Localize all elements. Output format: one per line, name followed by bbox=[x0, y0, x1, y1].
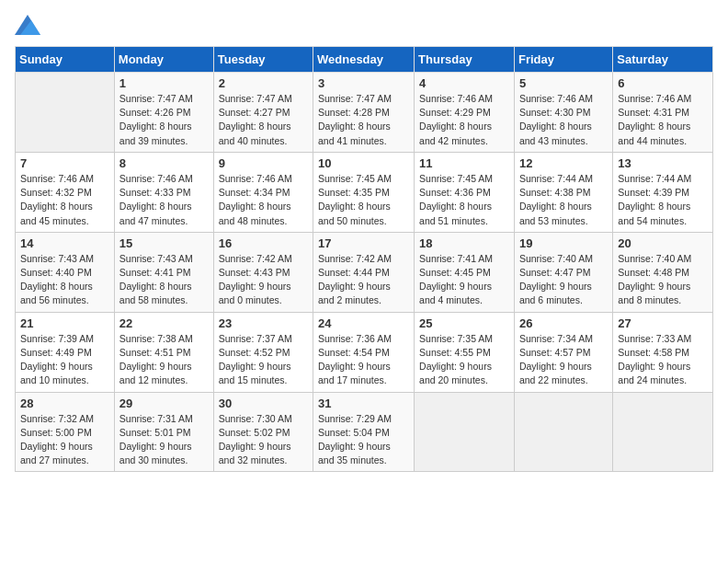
day-info: Sunrise: 7:46 AMSunset: 4:29 PMDaylight:… bbox=[419, 92, 509, 148]
day-info: Sunrise: 7:45 AMSunset: 4:36 PMDaylight:… bbox=[419, 172, 509, 228]
day-info: Sunrise: 7:29 AMSunset: 5:04 PMDaylight:… bbox=[318, 412, 409, 468]
day-number: 23 bbox=[219, 316, 308, 330]
day-info: Sunrise: 7:44 AMSunset: 4:38 PMDaylight:… bbox=[519, 172, 608, 228]
day-cell: 20Sunrise: 7:40 AMSunset: 4:48 PMDayligh… bbox=[613, 232, 713, 312]
day-cell bbox=[16, 73, 115, 153]
day-cell: 8Sunrise: 7:46 AMSunset: 4:33 PMDaylight… bbox=[114, 152, 213, 232]
day-info: Sunrise: 7:46 AMSunset: 4:34 PMDaylight:… bbox=[219, 172, 308, 228]
day-info: Sunrise: 7:43 AMSunset: 4:41 PMDaylight:… bbox=[119, 252, 209, 308]
day-number: 29 bbox=[119, 396, 209, 410]
column-header-monday: Monday bbox=[114, 47, 213, 73]
day-info: Sunrise: 7:42 AMSunset: 4:44 PMDaylight:… bbox=[318, 252, 409, 308]
day-cell: 11Sunrise: 7:45 AMSunset: 4:36 PMDayligh… bbox=[415, 152, 515, 232]
day-info: Sunrise: 7:45 AMSunset: 4:35 PMDaylight:… bbox=[318, 172, 409, 228]
week-row-5: 28Sunrise: 7:32 AMSunset: 5:00 PMDayligh… bbox=[16, 392, 713, 472]
day-info: Sunrise: 7:42 AMSunset: 4:43 PMDaylight:… bbox=[219, 252, 308, 308]
day-cell: 7Sunrise: 7:46 AMSunset: 4:32 PMDaylight… bbox=[16, 152, 115, 232]
day-number: 31 bbox=[318, 396, 409, 410]
day-cell: 18Sunrise: 7:41 AMSunset: 4:45 PMDayligh… bbox=[415, 232, 515, 312]
day-cell: 30Sunrise: 7:30 AMSunset: 5:02 PMDayligh… bbox=[213, 392, 313, 472]
day-info: Sunrise: 7:33 AMSunset: 4:58 PMDaylight:… bbox=[618, 332, 708, 388]
week-row-3: 14Sunrise: 7:43 AMSunset: 4:40 PMDayligh… bbox=[16, 232, 713, 312]
day-info: Sunrise: 7:32 AMSunset: 5:00 PMDaylight:… bbox=[20, 412, 109, 468]
day-info: Sunrise: 7:41 AMSunset: 4:45 PMDaylight:… bbox=[419, 252, 509, 308]
logo-icon bbox=[15, 15, 40, 35]
day-number: 11 bbox=[419, 156, 509, 170]
day-cell: 3Sunrise: 7:47 AMSunset: 4:28 PMDaylight… bbox=[313, 73, 415, 153]
day-number: 8 bbox=[119, 156, 209, 170]
logo bbox=[15, 15, 44, 35]
day-number: 27 bbox=[618, 316, 708, 330]
column-header-friday: Friday bbox=[514, 47, 612, 73]
day-number: 20 bbox=[618, 236, 708, 250]
day-info: Sunrise: 7:46 AMSunset: 4:31 PMDaylight:… bbox=[618, 92, 708, 148]
day-number: 4 bbox=[419, 76, 509, 90]
page-header bbox=[15, 15, 713, 35]
day-number: 9 bbox=[219, 156, 308, 170]
day-number: 16 bbox=[219, 236, 308, 250]
day-cell: 26Sunrise: 7:34 AMSunset: 4:57 PMDayligh… bbox=[514, 312, 612, 392]
day-cell: 9Sunrise: 7:46 AMSunset: 4:34 PMDaylight… bbox=[213, 152, 313, 232]
day-info: Sunrise: 7:44 AMSunset: 4:39 PMDaylight:… bbox=[618, 172, 708, 228]
day-info: Sunrise: 7:30 AMSunset: 5:02 PMDaylight:… bbox=[219, 412, 308, 468]
day-cell: 4Sunrise: 7:46 AMSunset: 4:29 PMDaylight… bbox=[415, 73, 515, 153]
day-cell: 29Sunrise: 7:31 AMSunset: 5:01 PMDayligh… bbox=[114, 392, 213, 472]
week-row-2: 7Sunrise: 7:46 AMSunset: 4:32 PMDaylight… bbox=[16, 152, 713, 232]
day-info: Sunrise: 7:35 AMSunset: 4:55 PMDaylight:… bbox=[419, 332, 509, 388]
day-number: 28 bbox=[20, 396, 109, 410]
day-info: Sunrise: 7:40 AMSunset: 4:48 PMDaylight:… bbox=[618, 252, 708, 308]
day-cell: 2Sunrise: 7:47 AMSunset: 4:27 PMDaylight… bbox=[213, 73, 313, 153]
week-row-1: 1Sunrise: 7:47 AMSunset: 4:26 PMDaylight… bbox=[16, 73, 713, 153]
day-number: 1 bbox=[119, 76, 209, 90]
day-cell: 12Sunrise: 7:44 AMSunset: 4:38 PMDayligh… bbox=[514, 152, 612, 232]
day-cell: 1Sunrise: 7:47 AMSunset: 4:26 PMDaylight… bbox=[114, 73, 213, 153]
day-number: 26 bbox=[519, 316, 608, 330]
column-header-saturday: Saturday bbox=[613, 47, 713, 73]
day-cell: 14Sunrise: 7:43 AMSunset: 4:40 PMDayligh… bbox=[16, 232, 115, 312]
day-number: 12 bbox=[519, 156, 608, 170]
day-cell: 16Sunrise: 7:42 AMSunset: 4:43 PMDayligh… bbox=[213, 232, 313, 312]
column-header-tuesday: Tuesday bbox=[213, 47, 313, 73]
day-number: 7 bbox=[20, 156, 109, 170]
day-cell: 28Sunrise: 7:32 AMSunset: 5:00 PMDayligh… bbox=[16, 392, 115, 472]
day-number: 30 bbox=[219, 396, 308, 410]
day-number: 21 bbox=[20, 316, 109, 330]
day-cell: 21Sunrise: 7:39 AMSunset: 4:49 PMDayligh… bbox=[16, 312, 115, 392]
day-info: Sunrise: 7:47 AMSunset: 4:27 PMDaylight:… bbox=[219, 92, 308, 148]
day-number: 6 bbox=[618, 76, 708, 90]
day-cell: 6Sunrise: 7:46 AMSunset: 4:31 PMDaylight… bbox=[613, 73, 713, 153]
day-info: Sunrise: 7:47 AMSunset: 4:28 PMDaylight:… bbox=[318, 92, 409, 148]
day-info: Sunrise: 7:40 AMSunset: 4:47 PMDaylight:… bbox=[519, 252, 608, 308]
day-info: Sunrise: 7:34 AMSunset: 4:57 PMDaylight:… bbox=[519, 332, 608, 388]
day-info: Sunrise: 7:39 AMSunset: 4:49 PMDaylight:… bbox=[20, 332, 109, 388]
day-cell: 17Sunrise: 7:42 AMSunset: 4:44 PMDayligh… bbox=[313, 232, 415, 312]
day-cell: 31Sunrise: 7:29 AMSunset: 5:04 PMDayligh… bbox=[313, 392, 415, 472]
day-info: Sunrise: 7:38 AMSunset: 4:51 PMDaylight:… bbox=[119, 332, 209, 388]
day-cell bbox=[613, 392, 713, 472]
day-info: Sunrise: 7:37 AMSunset: 4:52 PMDaylight:… bbox=[219, 332, 308, 388]
day-number: 22 bbox=[119, 316, 209, 330]
week-row-4: 21Sunrise: 7:39 AMSunset: 4:49 PMDayligh… bbox=[16, 312, 713, 392]
column-header-sunday: Sunday bbox=[16, 47, 115, 73]
day-info: Sunrise: 7:46 AMSunset: 4:32 PMDaylight:… bbox=[20, 172, 109, 228]
column-headers: SundayMondayTuesdayWednesdayThursdayFrid… bbox=[16, 47, 713, 73]
day-cell: 24Sunrise: 7:36 AMSunset: 4:54 PMDayligh… bbox=[313, 312, 415, 392]
calendar-table: SundayMondayTuesdayWednesdayThursdayFrid… bbox=[15, 46, 713, 472]
column-header-wednesday: Wednesday bbox=[313, 47, 415, 73]
day-info: Sunrise: 7:43 AMSunset: 4:40 PMDaylight:… bbox=[20, 252, 109, 308]
day-cell bbox=[514, 392, 612, 472]
day-cell: 15Sunrise: 7:43 AMSunset: 4:41 PMDayligh… bbox=[114, 232, 213, 312]
day-info: Sunrise: 7:31 AMSunset: 5:01 PMDaylight:… bbox=[119, 412, 209, 468]
day-number: 14 bbox=[20, 236, 109, 250]
day-cell: 13Sunrise: 7:44 AMSunset: 4:39 PMDayligh… bbox=[613, 152, 713, 232]
day-number: 2 bbox=[219, 76, 308, 90]
day-cell: 19Sunrise: 7:40 AMSunset: 4:47 PMDayligh… bbox=[514, 232, 612, 312]
day-number: 24 bbox=[318, 316, 409, 330]
day-info: Sunrise: 7:36 AMSunset: 4:54 PMDaylight:… bbox=[318, 332, 409, 388]
day-number: 17 bbox=[318, 236, 409, 250]
day-cell: 5Sunrise: 7:46 AMSunset: 4:30 PMDaylight… bbox=[514, 73, 612, 153]
day-number: 18 bbox=[419, 236, 509, 250]
day-number: 3 bbox=[318, 76, 409, 90]
day-info: Sunrise: 7:46 AMSunset: 4:30 PMDaylight:… bbox=[519, 92, 608, 148]
day-cell bbox=[415, 392, 515, 472]
